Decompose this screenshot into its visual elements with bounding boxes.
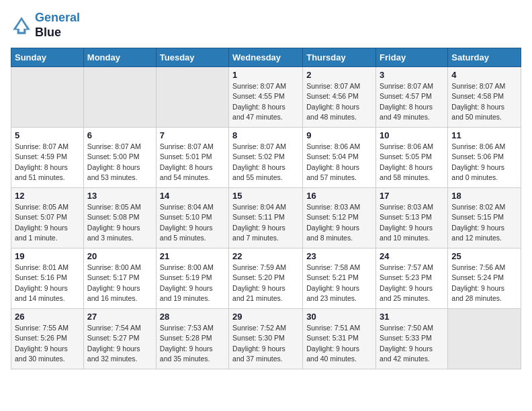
day-info: Sunrise: 8:07 AM Sunset: 4:58 PM Dayligh… [451,81,517,122]
day-number: 6 [87,130,152,140]
calendar-cell: 10Sunrise: 8:06 AM Sunset: 5:05 PM Dayli… [376,128,448,188]
calendar-cell: 19Sunrise: 8:01 AM Sunset: 5:16 PM Dayli… [11,248,84,309]
week-row-1: 5Sunrise: 8:07 AM Sunset: 4:59 PM Daylig… [11,128,521,188]
calendar-cell: 27Sunrise: 7:54 AM Sunset: 5:27 PM Dayli… [83,309,156,369]
calendar-cell: 5Sunrise: 8:07 AM Sunset: 4:59 PM Daylig… [11,128,84,188]
day-info: Sunrise: 8:07 AM Sunset: 4:56 PM Dayligh… [306,81,372,122]
calendar-cell: 11Sunrise: 8:06 AM Sunset: 5:06 PM Dayli… [448,128,521,188]
day-number: 8 [232,130,299,140]
day-info: Sunrise: 8:01 AM Sunset: 5:16 PM Dayligh… [15,263,80,304]
day-info: Sunrise: 8:04 AM Sunset: 5:11 PM Dayligh… [232,202,299,243]
day-number: 11 [451,130,517,140]
day-number: 30 [306,312,372,322]
calendar-cell: 22Sunrise: 7:59 AM Sunset: 5:20 PM Dayli… [229,248,303,309]
day-info: Sunrise: 7:51 AM Sunset: 5:31 PM Dayligh… [306,323,372,364]
day-number: 28 [160,312,225,322]
calendar-cell: 28Sunrise: 7:53 AM Sunset: 5:28 PM Dayli… [156,309,228,369]
day-info: Sunrise: 8:07 AM Sunset: 4:55 PM Dayligh… [232,81,299,122]
day-number: 17 [380,191,444,201]
day-number: 22 [232,251,299,261]
day-info: Sunrise: 7:59 AM Sunset: 5:20 PM Dayligh… [232,263,299,304]
calendar-cell [11,67,84,128]
calendar-cell: 15Sunrise: 8:04 AM Sunset: 5:11 PM Dayli… [229,188,303,248]
day-info: Sunrise: 8:06 AM Sunset: 5:04 PM Dayligh… [306,142,372,183]
day-info: Sunrise: 8:05 AM Sunset: 5:08 PM Dayligh… [87,202,152,243]
calendar-cell: 23Sunrise: 7:58 AM Sunset: 5:21 PM Dayli… [303,248,376,309]
day-number: 2 [306,70,372,80]
day-info: Sunrise: 7:55 AM Sunset: 5:26 PM Dayligh… [15,323,80,364]
day-number: 12 [15,191,80,201]
logo-text: General Blue [35,11,80,40]
day-info: Sunrise: 8:04 AM Sunset: 5:10 PM Dayligh… [160,202,225,243]
calendar-cell: 4Sunrise: 8:07 AM Sunset: 4:58 PM Daylig… [448,67,521,128]
day-number: 26 [15,312,80,322]
calendar-cell: 9Sunrise: 8:06 AM Sunset: 5:04 PM Daylig… [303,128,376,188]
day-number: 9 [306,130,372,140]
day-info: Sunrise: 7:58 AM Sunset: 5:21 PM Dayligh… [306,263,372,304]
header-row: SundayMondayTuesdayWednesdayThursdayFrid… [11,48,521,67]
day-info: Sunrise: 8:07 AM Sunset: 4:57 PM Dayligh… [380,81,444,122]
calendar-cell: 13Sunrise: 8:05 AM Sunset: 5:08 PM Dayli… [83,188,156,248]
day-info: Sunrise: 8:00 AM Sunset: 5:19 PM Dayligh… [160,263,225,304]
calendar-cell: 29Sunrise: 7:52 AM Sunset: 5:30 PM Dayli… [229,309,303,369]
page-header: General Blue [11,11,521,40]
calendar-cell: 3Sunrise: 8:07 AM Sunset: 4:57 PM Daylig… [376,67,448,128]
day-number: 24 [380,251,444,261]
day-info: Sunrise: 7:56 AM Sunset: 5:24 PM Dayligh… [451,263,517,304]
day-info: Sunrise: 8:03 AM Sunset: 5:12 PM Dayligh… [306,202,372,243]
calendar-cell: 2Sunrise: 8:07 AM Sunset: 4:56 PM Daylig… [303,67,376,128]
day-number: 4 [451,70,517,80]
calendar-body: 1Sunrise: 8:07 AM Sunset: 4:55 PM Daylig… [11,67,521,369]
header-day-friday: Friday [376,48,448,67]
calendar-cell: 21Sunrise: 8:00 AM Sunset: 5:19 PM Dayli… [156,248,228,309]
day-number: 16 [306,191,372,201]
day-info: Sunrise: 7:54 AM Sunset: 5:27 PM Dayligh… [87,323,152,364]
calendar-cell: 24Sunrise: 7:57 AM Sunset: 5:23 PM Dayli… [376,248,448,309]
calendar-cell [156,67,228,128]
logo: General Blue [11,11,80,40]
header-day-sunday: Sunday [11,48,84,67]
day-number: 13 [87,191,152,201]
day-number: 14 [160,191,225,201]
day-info: Sunrise: 8:07 AM Sunset: 4:59 PM Dayligh… [15,142,80,183]
calendar-cell: 1Sunrise: 8:07 AM Sunset: 4:55 PM Daylig… [229,67,303,128]
day-info: Sunrise: 7:52 AM Sunset: 5:30 PM Dayligh… [232,323,299,364]
week-row-0: 1Sunrise: 8:07 AM Sunset: 4:55 PM Daylig… [11,67,521,128]
day-info: Sunrise: 8:03 AM Sunset: 5:13 PM Dayligh… [380,202,444,243]
day-info: Sunrise: 8:00 AM Sunset: 5:17 PM Dayligh… [87,263,152,304]
day-number: 10 [380,130,444,140]
header-day-tuesday: Tuesday [156,48,228,67]
header-day-wednesday: Wednesday [229,48,303,67]
day-number: 1 [232,70,299,80]
day-info: Sunrise: 7:50 AM Sunset: 5:33 PM Dayligh… [380,323,444,364]
day-number: 5 [15,130,80,140]
logo-icon [11,15,32,36]
calendar-cell: 12Sunrise: 8:05 AM Sunset: 5:07 PM Dayli… [11,188,84,248]
day-number: 27 [87,312,152,322]
calendar-cell: 7Sunrise: 8:07 AM Sunset: 5:01 PM Daylig… [156,128,228,188]
calendar-cell: 16Sunrise: 8:03 AM Sunset: 5:12 PM Dayli… [303,188,376,248]
day-number: 25 [451,251,517,261]
week-row-2: 12Sunrise: 8:05 AM Sunset: 5:07 PM Dayli… [11,188,521,248]
calendar-cell: 18Sunrise: 8:02 AM Sunset: 5:15 PM Dayli… [448,188,521,248]
day-info: Sunrise: 8:05 AM Sunset: 5:07 PM Dayligh… [15,202,80,243]
header-day-thursday: Thursday [303,48,376,67]
day-number: 31 [380,312,444,322]
calendar-cell: 30Sunrise: 7:51 AM Sunset: 5:31 PM Dayli… [303,309,376,369]
calendar-cell: 26Sunrise: 7:55 AM Sunset: 5:26 PM Dayli… [11,309,84,369]
calendar-cell: 25Sunrise: 7:56 AM Sunset: 5:24 PM Dayli… [448,248,521,309]
header-day-monday: Monday [83,48,156,67]
week-row-3: 19Sunrise: 8:01 AM Sunset: 5:16 PM Dayli… [11,248,521,309]
day-info: Sunrise: 8:07 AM Sunset: 5:00 PM Dayligh… [87,142,152,183]
calendar-cell: 14Sunrise: 8:04 AM Sunset: 5:10 PM Dayli… [156,188,228,248]
day-number: 19 [15,251,80,261]
calendar-cell [448,309,521,369]
day-number: 15 [232,191,299,201]
day-number: 21 [160,251,225,261]
calendar-cell: 6Sunrise: 8:07 AM Sunset: 5:00 PM Daylig… [83,128,156,188]
calendar-cell: 8Sunrise: 8:07 AM Sunset: 5:02 PM Daylig… [229,128,303,188]
day-info: Sunrise: 8:06 AM Sunset: 5:05 PM Dayligh… [380,142,444,183]
day-number: 20 [87,251,152,261]
day-number: 18 [451,191,517,201]
day-number: 7 [160,130,225,140]
